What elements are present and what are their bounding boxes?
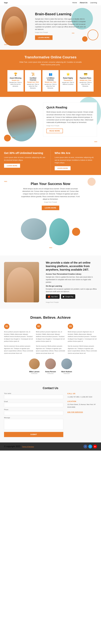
location-title: LOCATION bbox=[67, 400, 97, 402]
dream-item-1: 01 Arcos pretium posuere dignissim nisi,… bbox=[4, 324, 33, 354]
courses-section: Transformative Online Courses Oillab Tui… bbox=[0, 50, 101, 97]
platform-section2-title: On-the-go Learning bbox=[46, 285, 97, 287]
dream-section: Dream. Believe. Achieve 01 Arcos pretium… bbox=[0, 309, 101, 381]
copyright-text: © copyright 2023 bbox=[4, 445, 20, 448]
quick-image-area: ≈≈≈ bbox=[4, 102, 39, 142]
nav-home[interactable]: Home bbox=[72, 2, 77, 4]
quick-wave-left: ≈≈≈ bbox=[12, 136, 15, 139]
feature-rated-title: Rated Highly bbox=[62, 77, 74, 79]
team-role-3: Instructor bbox=[61, 372, 72, 374]
quick-person-silhouette bbox=[7, 105, 36, 142]
message-textarea[interactable] bbox=[4, 419, 63, 430]
message-group: Message bbox=[4, 417, 63, 430]
logo: logo bbox=[4, 2, 8, 4]
courses-description: Oillab Tuisi. Lorem ipsum dolor sit amet… bbox=[17, 61, 84, 66]
feature-payment-title: Payment Plans bbox=[79, 77, 92, 79]
team-avatar-3 bbox=[61, 358, 72, 369]
hero-learn-more-button[interactable]: LEARN MORE bbox=[35, 35, 52, 40]
map-link[interactable]: ASK FOR SERVICES bbox=[67, 411, 83, 413]
phone-group: Phone bbox=[4, 409, 63, 415]
name-input[interactable] bbox=[4, 395, 63, 399]
dream-body-2: Morbi pretium posuere dignissim nisi, et… bbox=[36, 331, 65, 342]
feature-million: 👥 1.5 Million Courses Sample text. Click… bbox=[42, 70, 58, 92]
facebook-icon[interactable]: f bbox=[84, 444, 87, 448]
get-discount-col: Get 30% off Unlimited learning Lorem ips… bbox=[0, 147, 50, 175]
platform-section1-body: Sample text. Click to update this text b… bbox=[46, 276, 97, 284]
feature-rated: ⭐ Rated Highly Thousands of sample text.… bbox=[60, 70, 76, 92]
platform-person-shape bbox=[7, 267, 34, 302]
feature-award-title: Award Winning bbox=[9, 77, 22, 79]
hero-content: Brain-Based Learning Sample text. Click … bbox=[35, 9, 86, 40]
who-we-are-col: Who We Are Lorem ipsum dolor sit amet, c… bbox=[51, 147, 101, 175]
payment-icon: 💳 bbox=[79, 72, 92, 76]
two-col-section: Get 30% off Unlimited learning Lorem ips… bbox=[0, 147, 101, 175]
name-group: Your name bbox=[4, 392, 63, 399]
submit-button[interactable]: SUBMIT bbox=[4, 432, 63, 437]
team-avatar-1 bbox=[29, 358, 40, 369]
platform-title: We provide a state of the art online lea… bbox=[46, 261, 97, 272]
nav-about[interactable]: About Us bbox=[80, 2, 88, 4]
platform-image-area bbox=[4, 262, 42, 302]
who-we-are-title: Who We Are bbox=[55, 152, 97, 155]
feature-million-desc: sample text. Click to select the Text El… bbox=[44, 84, 57, 89]
apple-icon: 🍎 bbox=[48, 295, 50, 298]
plan-learn-more-button[interactable]: LEARN MORE bbox=[42, 206, 59, 210]
hero-circle-orange-outline bbox=[88, 30, 98, 40]
feature-million-title: 1.5 Million Courses bbox=[44, 77, 57, 81]
googleplay-label: Google Play bbox=[65, 296, 74, 298]
team-avatar-2 bbox=[45, 358, 56, 369]
dream-grid: 01 Arcos pretium posuere dignissim nisi,… bbox=[4, 324, 97, 354]
nav-links: Home About Us Learning bbox=[72, 2, 97, 4]
get-discount-body: Lorem ipsum dolor sit amet, consectur ad… bbox=[4, 156, 46, 161]
googleplay-button[interactable]: ▶ Google Play bbox=[61, 294, 75, 299]
copyright: © copyright 2023 Terms of Services bbox=[4, 445, 34, 448]
dream-num-2: 02 bbox=[36, 324, 41, 329]
people-row bbox=[4, 218, 97, 245]
feature-million-sub: Sample text. Click bbox=[44, 82, 57, 83]
nav-learning[interactable]: Learning bbox=[90, 2, 97, 4]
quick-title: Quick Reading bbox=[46, 106, 94, 109]
platform-section1-title: Access Your Personalized Creative Librar… bbox=[46, 273, 97, 275]
feature-payment-sub: Sample text. Click bbox=[79, 80, 92, 81]
team-member-2: Anna Person Instructor bbox=[45, 358, 56, 374]
terms-link[interactable]: Terms of Services bbox=[22, 446, 34, 448]
platform-section2-body: Excepteur sint occaecat cupidatat non pr… bbox=[46, 288, 97, 293]
plan-circle-1 bbox=[88, 178, 96, 186]
feature-award-desc: Sample text. Click to select the text fo… bbox=[9, 82, 22, 87]
feature-rated-desc: sample text. Click to different countrie… bbox=[62, 82, 74, 85]
team-name-3: Nick Hudson bbox=[61, 370, 72, 372]
phone-input[interactable] bbox=[4, 411, 63, 415]
call-us-title: CALL US bbox=[67, 392, 97, 394]
name-label: Your name bbox=[4, 392, 63, 394]
appstore-button[interactable]: 🍎 App Store bbox=[46, 294, 60, 299]
dream-extra-1: Sed do eiusmod. Arcos pretium posuere di… bbox=[4, 345, 33, 354]
twitter-icon[interactable]: t bbox=[88, 444, 92, 448]
team-name-2: Anna Person bbox=[45, 370, 56, 372]
platform-content: We provide a state of the art online lea… bbox=[46, 261, 97, 303]
plan-image-credit: Image from Freepik bbox=[4, 201, 97, 203]
feature-payment-desc: sample text. Click to select the Text El… bbox=[79, 82, 92, 87]
play-icon: ▶ bbox=[63, 295, 64, 298]
quick-content: Quick Reading Morbi tempus iaculis urna … bbox=[43, 102, 97, 136]
feature-award: 🏆 Award Winning Sample text Sample text.… bbox=[8, 70, 24, 92]
email-input[interactable] bbox=[4, 403, 63, 407]
contact-form: Your name Email Phone Message SUBMIT bbox=[4, 392, 63, 437]
youtube-icon[interactable]: ▶ bbox=[93, 444, 97, 448]
feature-payment: 💳 Payment Plans Sample text. Click sampl… bbox=[78, 70, 94, 92]
quick-wave: ≈≈≈ bbox=[94, 140, 97, 143]
quick-read-more-button[interactable]: READ MORE bbox=[46, 128, 63, 133]
team-row: Mike Larson Instructor Anna Person Instr… bbox=[4, 358, 97, 374]
quick-reading-section: ≈≈≈ ≈≈≈ Quick Reading Morbi tempus iacul… bbox=[0, 97, 101, 147]
million-icon: 👥 bbox=[44, 72, 57, 76]
feature-certified-desc: sample text. Click to select the Text El… bbox=[27, 84, 39, 89]
contact-grid: Your name Email Phone Message SUBMIT CAL… bbox=[4, 392, 97, 437]
dream-num-1: 01 bbox=[4, 324, 10, 329]
get-discount-button[interactable]: LEARN MORE bbox=[4, 164, 20, 168]
hero-person-silhouette bbox=[5, 16, 24, 46]
dream-extra-2: Sed do eiusmod. Morbi pretium posuere di… bbox=[36, 345, 65, 354]
feature-certified-title: Certified Courses bbox=[27, 77, 39, 81]
who-we-are-button[interactable]: LEARN MORE bbox=[55, 166, 71, 170]
quick-card: Quick Reading Morbi tempus iaculis urna … bbox=[43, 102, 97, 136]
quick-orange-circle bbox=[4, 135, 11, 142]
address: 121 Rock Street, 21 Avenue, New York, NY… bbox=[67, 403, 97, 408]
